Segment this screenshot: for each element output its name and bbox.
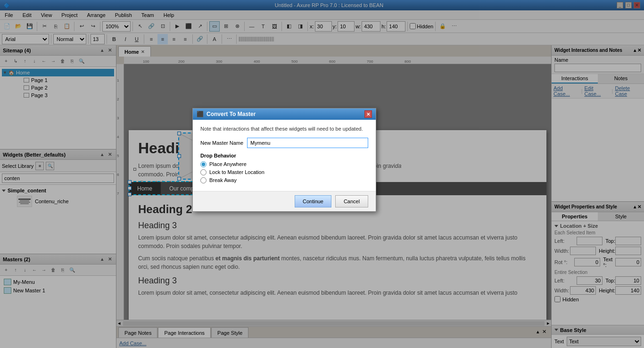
- dialog-close-btn[interactable]: ✕: [364, 110, 372, 118]
- dialog-footer: Continue Cancel: [193, 191, 376, 211]
- radio-place-anywhere-label: Place Anywhere: [209, 161, 247, 167]
- dialog-title-bar: ⬛ Convert To Master ✕: [193, 108, 376, 120]
- dialog-radio-place-anywhere: Place Anywhere: [200, 161, 368, 167]
- radio-lock-label: Lock to Master Location: [209, 169, 264, 175]
- dialog-name-input[interactable]: [247, 138, 368, 148]
- dialog-drop-behavior-label: Drop Behavior: [200, 153, 368, 158]
- dialog-name-label: New Master Name: [200, 140, 243, 146]
- radio-break-label: Break Away: [209, 177, 237, 183]
- dialog-radio-lock: Lock to Master Location: [200, 169, 368, 175]
- dialog-name-field: New Master Name: [200, 138, 368, 148]
- dialog-body: Note that interactions that affect these…: [193, 120, 376, 191]
- continue-button[interactable]: Continue: [295, 195, 331, 207]
- dialog-radio-break: Break Away: [200, 177, 368, 183]
- cancel-button[interactable]: Cancel: [335, 195, 368, 207]
- convert-to-master-dialog: ⬛ Convert To Master ✕ Note that interact…: [192, 108, 376, 211]
- dialog-overlay: ⬛ Convert To Master ✕ Note that interact…: [0, 0, 644, 348]
- radio-place-anywhere[interactable]: [200, 161, 206, 167]
- radio-break[interactable]: [200, 177, 206, 183]
- dialog-note: Note that interactions that affect these…: [200, 125, 368, 133]
- radio-lock[interactable]: [200, 169, 206, 175]
